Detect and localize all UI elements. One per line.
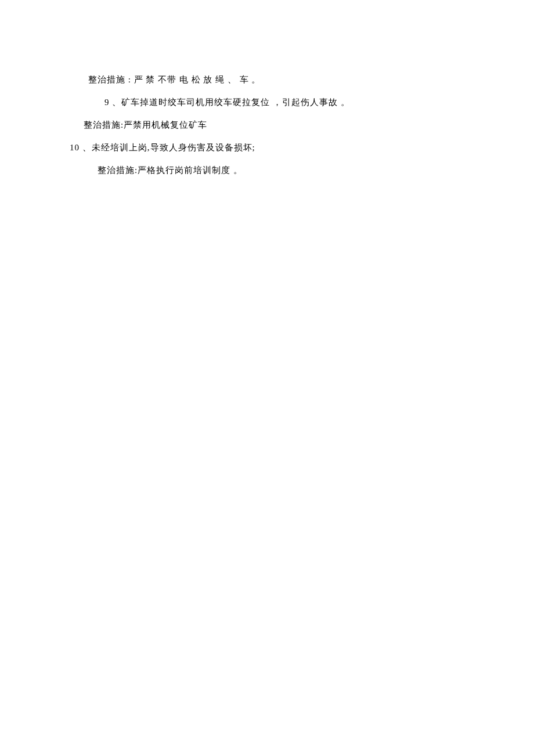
- text-line: 整治措施:严格执行岗前培训制度 。: [70, 159, 464, 182]
- text-line: 9 、矿车掉道时绞车司机用绞车硬拉复位 ，引起伤人事故 。: [70, 91, 464, 114]
- text-line: 整治措施:严禁用机械复位矿车: [70, 114, 464, 136]
- text-line: 10 、未经培训上岗,导致人身伤害及设备损坏;: [70, 136, 464, 159]
- text-line: 整治措施 : 严 禁 不带 电 松 放 绳 、 车 。: [70, 69, 464, 91]
- document-page: 整治措施 : 严 禁 不带 电 松 放 绳 、 车 。 9 、矿车掉道时绞车司机…: [70, 69, 464, 182]
